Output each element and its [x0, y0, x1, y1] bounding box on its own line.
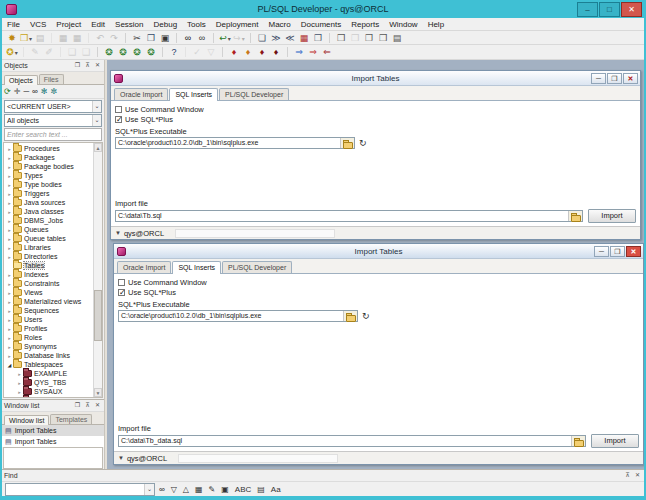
expand-arrow-icon[interactable] [16, 389, 23, 395]
chevron-down-icon[interactable]: ⌄ [92, 115, 101, 126]
tile-windows-icon[interactable]: ❒ [348, 32, 362, 44]
import-button[interactable]: Import [591, 434, 639, 448]
find-icon[interactable]: ∞ [181, 32, 195, 44]
tab-oracle-import[interactable]: Oracle Import [114, 88, 168, 100]
expand-icon[interactable]: ▽ [204, 46, 218, 58]
expand-arrow-icon[interactable] [16, 371, 23, 377]
tree-item[interactable]: QYS_TBS [6, 378, 102, 387]
break4-icon[interactable]: ♦ [269, 46, 283, 58]
lock2-icon[interactable]: ❑ [79, 46, 93, 58]
expand-arrow-icon[interactable] [6, 245, 13, 251]
panel-pin-icon[interactable]: ⊼ [83, 61, 92, 70]
mdi-close-button[interactable]: ✕ [626, 246, 641, 257]
menu-tools[interactable]: Tools [182, 20, 211, 29]
find-combobox-value[interactable] [6, 484, 144, 495]
copy-icon[interactable]: ❐ [144, 32, 158, 44]
refresh-icon[interactable]: ↻ [362, 311, 370, 321]
menu-deployment[interactable]: Deployment [211, 20, 264, 29]
outdent-icon[interactable]: ≪ [283, 32, 297, 44]
object-search-input[interactable]: Enter search text ... [4, 128, 102, 141]
tree-item[interactable]: Sequences [6, 306, 102, 315]
menu-vcs[interactable]: VCS [25, 20, 51, 29]
break-icon[interactable]: ♦ [227, 46, 241, 58]
import-file-value[interactable]: C:\data\Tb.sql [116, 211, 568, 221]
maximize-button[interactable]: □ [599, 2, 620, 17]
collapse-all-icon[interactable]: ✼ [50, 86, 57, 98]
selection-icon[interactable]: ▦ [195, 484, 203, 496]
refresh-icon[interactable]: ↻ [359, 138, 367, 148]
expand-arrow-icon[interactable] [6, 299, 13, 305]
executable-path-field[interactable]: C:\oracle\product\10.2.0\db_1\bin\sqlplu… [115, 137, 355, 149]
import-file-value[interactable]: C:\data\Tb_data.sql [119, 436, 571, 446]
find-next-icon[interactable]: ∞ [195, 32, 209, 44]
menu-session[interactable]: Session [110, 20, 148, 29]
indent-icon[interactable]: ≫ [269, 32, 283, 44]
use-command-window-checkbox[interactable] [118, 279, 125, 286]
tree-item[interactable]: EXAMPLE [6, 369, 102, 378]
expand-arrow-icon[interactable] [6, 227, 13, 233]
mdi-maximize-button[interactable]: ❐ [607, 73, 622, 84]
tree-item[interactable]: Profiles [6, 324, 102, 333]
minimize-button[interactable]: – [577, 2, 598, 17]
expand-arrow-icon[interactable] [6, 209, 13, 215]
chevron-down-icon[interactable]: ⌄ [92, 101, 101, 112]
tab-templates[interactable]: Templates [50, 414, 92, 424]
tree-item[interactable]: DBMS_Jobs [6, 216, 102, 225]
tree-item[interactable]: SYSTEM [6, 396, 102, 398]
regex-icon[interactable]: ▤ [257, 484, 265, 496]
scroll-down-icon[interactable]: ▼ [94, 388, 102, 397]
tree-scrollbar[interactable]: ▲ ▼ [93, 143, 102, 397]
panel-pin-icon[interactable]: ⊼ [83, 401, 92, 410]
import-file-field[interactable]: C:\data\Tb_data.sql [118, 435, 586, 447]
import-button[interactable]: Import [588, 209, 636, 223]
tree-item[interactable]: Triggers [6, 189, 102, 198]
help-icon[interactable]: ? [167, 46, 181, 58]
chevron-down-icon[interactable]: ⌄ [144, 484, 154, 495]
menu-project[interactable]: Project [51, 20, 86, 29]
debug-step-over-icon[interactable]: ❂ [130, 46, 144, 58]
expand-arrow-icon[interactable] [6, 335, 13, 341]
print-preview-icon[interactable]: ▦ [70, 32, 84, 44]
break2-icon[interactable]: ♦ [241, 46, 255, 58]
session-status-bar[interactable]: ▼ qys@ORCL [114, 451, 643, 464]
tree-item[interactable]: Materialized views [6, 297, 102, 306]
window-pair-icon[interactable]: ❒ [376, 32, 390, 44]
panel-close-icon[interactable]: ✕ [93, 401, 102, 410]
whole-word-icon[interactable]: ABC [235, 484, 251, 496]
edit-icon[interactable]: ✎ [28, 46, 42, 58]
use-command-window-row[interactable]: Use Command Window [118, 277, 639, 287]
tree-item[interactable]: Roles [6, 333, 102, 342]
executable-path-value[interactable]: C:\oracle\product\10.2.0\db_1\bin\sqlplu… [116, 138, 340, 148]
tree-item[interactable]: Directories [6, 252, 102, 261]
browse-folder-icon[interactable] [340, 138, 354, 148]
debug-step-out-icon[interactable]: ❂ [144, 46, 158, 58]
search-up-icon[interactable]: △ [183, 484, 189, 496]
expand-arrow-icon[interactable] [16, 398, 23, 399]
tree-item[interactable]: Java sources [6, 198, 102, 207]
menu-debug[interactable]: Debug [149, 20, 183, 29]
tree-item[interactable]: Package bodies [6, 162, 102, 171]
new-doc-icon[interactable]: ❏ [255, 32, 269, 44]
paste-icon[interactable]: ▣ [158, 32, 172, 44]
use-sqlplus-checkbox[interactable] [118, 289, 125, 296]
tree-item[interactable]: Constraints [6, 279, 102, 288]
export-icon[interactable]: ↪ [232, 32, 246, 44]
use-sqlplus-row[interactable]: Use SQL*Plus [115, 114, 636, 124]
tree-item[interactable]: Database links [6, 351, 102, 360]
tab-files[interactable]: Files [39, 74, 64, 84]
print-icon[interactable]: ▦ [56, 32, 70, 44]
import-icon[interactable]: ↩ [218, 32, 232, 44]
open-folder-icon[interactable]: ❒ [19, 32, 33, 44]
menu-edit[interactable]: Edit [86, 20, 110, 29]
panel-restore-icon[interactable]: ❐ [73, 61, 82, 70]
save-icon[interactable]: ▤ [33, 32, 47, 44]
expand-arrow-icon[interactable] [6, 308, 13, 314]
tree-item[interactable]: Tables [6, 261, 102, 270]
debug-step-into-icon[interactable]: ❂ [116, 46, 130, 58]
panel-restore-icon[interactable]: ❐ [73, 401, 82, 410]
nav-blue-icon[interactable]: ⇒ [292, 46, 306, 58]
tree-item[interactable]: Indexes [6, 270, 102, 279]
expand-arrow-icon[interactable] [6, 164, 13, 170]
tree-item[interactable]: Tablespaces [6, 360, 102, 369]
expand-all-icon[interactable]: ✻ [41, 86, 48, 98]
